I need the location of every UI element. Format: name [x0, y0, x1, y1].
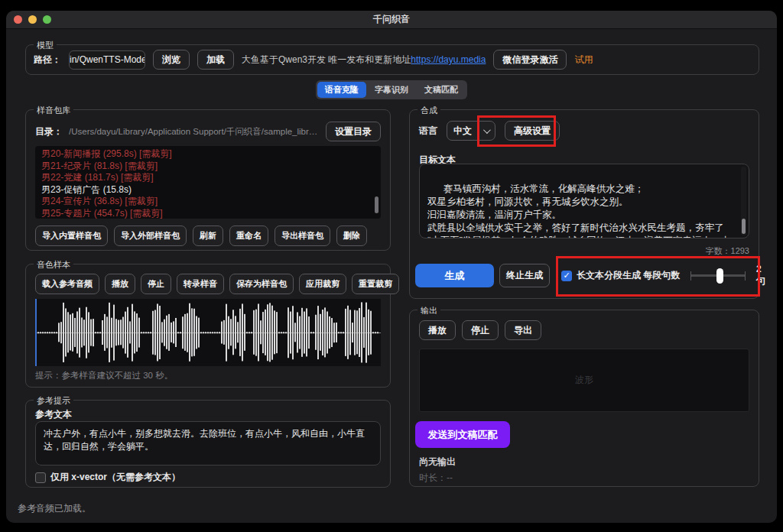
advanced-settings-button[interactable]: 高级设置: [505, 121, 560, 141]
send-to-script-match-button[interactable]: 发送到文稿匹配: [415, 421, 510, 448]
voice-sample-group: 音色样本 载入参考音频 播放 停止 转录样音 保存为样音包 应用裁剪 重置裁剪 …: [25, 264, 391, 388]
trial-label: 试用: [574, 54, 593, 66]
sample-list-item[interactable]: 男21-纪录片 (81.8s) [需裁剪]: [41, 161, 375, 173]
target-text-scrollbar-thumb[interactable]: [742, 219, 746, 234]
directory-path: /Users/dayu/Library/Application Support/…: [69, 126, 320, 138]
reference-text-label: 参考文本: [35, 408, 72, 421]
waveform-playhead[interactable]: [35, 299, 37, 366]
reference-text-input[interactable]: 冲去户外，有点小牛，别多想就去滑。去除班位，有点小牛，风和自由，小牛直达，回归自…: [35, 421, 381, 466]
output-stop-button[interactable]: 停止: [462, 320, 499, 340]
reference-prompt-group-label: 参考提示: [34, 395, 73, 407]
import-builtin-sample-button[interactable]: 导入内置样音包: [35, 225, 108, 246]
list-scrollbar[interactable]: [375, 196, 379, 213]
xvector-checkbox-row: 仅用 x-vector（无需参考文本）: [35, 471, 180, 484]
sample-list-item[interactable]: 男20-新闻播报 (295.8s) [需裁剪]: [41, 148, 375, 161]
refresh-button[interactable]: 刷新: [193, 225, 223, 246]
directory-row: 目录： /Users/dayu/Library/Application Supp…: [35, 121, 381, 142]
generate-button[interactable]: 生成: [415, 264, 494, 287]
language-label: 语言: [419, 125, 437, 138]
language-dropdown[interactable]: 中文: [447, 121, 495, 141]
status-bar-message: 参考音频已加载。: [18, 502, 91, 515]
reference-waveform-bars: [35, 299, 381, 366]
wechat-login-button[interactable]: 微信登录激活: [493, 50, 567, 70]
xvector-checkbox-label: 仅用 x-vector（无需参考文本）: [50, 471, 180, 484]
save-as-sample-button[interactable]: 保存为样音包: [229, 274, 294, 294]
main-tabbar: 语音克隆 字幕识别 文稿匹配: [316, 80, 467, 99]
transcribe-sample-button[interactable]: 转录样音: [177, 274, 224, 294]
play-sample-button[interactable]: 播放: [105, 274, 135, 294]
output-buttons: 播放 停止 导出: [419, 320, 541, 340]
sentences-per-segment-slider[interactable]: [690, 268, 746, 284]
target-text-input[interactable]: 赛马镇西沟村，活水常流，化解高峰供水之难； 双星乡柏老村，同源共饮，再无城乡饮水…: [419, 164, 749, 238]
char-count: 字数：1293: [706, 245, 749, 257]
reset-trim-button[interactable]: 重置裁剪: [352, 274, 399, 294]
export-sample-button[interactable]: 导出样音包: [275, 225, 330, 246]
window-title: 千问织音: [6, 13, 777, 26]
synthesis-group: 合成 语言 中文 高级设置 目标文本 赛马镇西沟村，活水常流，化解高峰供水之难；…: [409, 109, 759, 299]
output-group: 输出 播放 停止 导出 波形 发送到文稿匹配 尚无输出 时长：--: [409, 310, 759, 487]
set-directory-button[interactable]: 设置目录: [326, 122, 381, 141]
sample-list-item[interactable]: 男22-党建 (181.7s) [需裁剪]: [41, 172, 375, 184]
output-export-button[interactable]: 导出: [505, 320, 541, 340]
sample-library-group-label: 样音包库: [34, 105, 73, 116]
sample-list[interactable]: 男20-新闻播报 (295.8s) [需裁剪] 男21-纪录片 (81.8s) …: [35, 146, 381, 219]
sample-list-item[interactable]: 男24-宣传片 (36.8s) [需裁剪]: [41, 196, 375, 208]
model-path-input[interactable]: [69, 50, 145, 70]
reference-prompt-group: 参考提示 参考文本 冲去户外，有点小牛，别多想就去滑。去除班位，有点小牛，风和自…: [25, 400, 391, 488]
app-window: 千问织音 模型 路径： 浏览 加载 大鱼基于Qwen3开发 唯一发布和更新地址 …: [6, 11, 777, 523]
rename-button[interactable]: 重命名: [229, 225, 268, 246]
path-label: 路径：: [34, 54, 61, 66]
sample-list-item[interactable]: 男23-促销广告 (15.8s): [41, 184, 375, 196]
delete-button[interactable]: 删除: [336, 225, 367, 246]
tab-subtitle-recognition[interactable]: 字幕识别: [367, 82, 416, 98]
stop-generation-button[interactable]: 终止生成: [499, 264, 550, 287]
output-waveform: 波形: [419, 349, 749, 412]
segment-value: 2句: [756, 264, 769, 287]
stop-sample-button[interactable]: 停止: [141, 274, 171, 294]
reference-waveform[interactable]: [35, 299, 381, 366]
sample-hint: 提示：参考样音建议不超过 30 秒。: [35, 370, 173, 381]
model-info-text: 大鱼基于Qwen3开发 唯一发布和更新地址: [242, 54, 411, 66]
segment-generation-checkbox[interactable]: [561, 271, 572, 281]
model-row: 路径： 浏览 加载 大鱼基于Qwen3开发 唯一发布和更新地址 https://…: [34, 45, 751, 74]
output-group-label: 输出: [417, 305, 440, 316]
voice-sample-buttons: 载入参考音频 播放 停止 转录样音 保存为样音包 应用裁剪 重置裁剪: [35, 274, 399, 294]
segment-row: 长文本分段生成 每段句数 2句: [561, 264, 769, 287]
synthesis-group-label: 合成: [417, 105, 440, 116]
sample-list-item[interactable]: 男25-专题片 (454.7s) [需裁剪]: [41, 208, 375, 219]
titlebar: 千问织音: [6, 11, 777, 29]
apply-trim-button[interactable]: 应用裁剪: [299, 274, 346, 294]
target-text-content: 赛马镇西沟村，活水常流，化解高峰供水之难； 双星乡柏老村，同源共饮，再无城乡饮水…: [427, 183, 733, 238]
chevron-down-icon: [483, 126, 491, 134]
voice-sample-group-label: 音色样本: [34, 259, 73, 271]
tab-script-match[interactable]: 文稿匹配: [417, 82, 466, 98]
tab-voice-clone[interactable]: 语音克隆: [317, 82, 366, 98]
browse-button[interactable]: 浏览: [153, 50, 190, 70]
load-reference-audio-button[interactable]: 载入参考音频: [35, 274, 99, 294]
slider-tick-end: [745, 271, 746, 281]
xvector-checkbox[interactable]: [35, 472, 46, 483]
language-row: 语言 中文 高级设置: [419, 121, 560, 141]
sample-library-group: 样音包库 目录： /Users/dayu/Library/Application…: [25, 109, 391, 251]
directory-label: 目录：: [35, 125, 63, 138]
model-group: 模型 路径： 浏览 加载 大鱼基于Qwen3开发 唯一发布和更新地址 https…: [25, 44, 759, 75]
output-play-button[interactable]: 播放: [419, 320, 456, 340]
output-status: 尚无输出: [419, 456, 456, 469]
slider-thumb[interactable]: [716, 268, 723, 284]
target-text-scrollbar-track[interactable]: [741, 167, 746, 235]
import-external-sample-button[interactable]: 导入外部样音包: [114, 225, 187, 246]
output-duration: 时长：--: [419, 472, 453, 485]
slider-tick-start: [690, 271, 691, 281]
language-value: 中文: [453, 125, 472, 138]
segment-generation-label: 长文本分段生成 每段句数: [577, 269, 680, 282]
load-button[interactable]: 加载: [197, 50, 234, 70]
output-waveform-placeholder: 波形: [575, 374, 593, 387]
library-buttons: 导入内置样音包 导入外部样音包 刷新 重命名 导出样音包 删除: [35, 225, 367, 246]
model-info-link[interactable]: https://dayu.media: [411, 54, 486, 65]
